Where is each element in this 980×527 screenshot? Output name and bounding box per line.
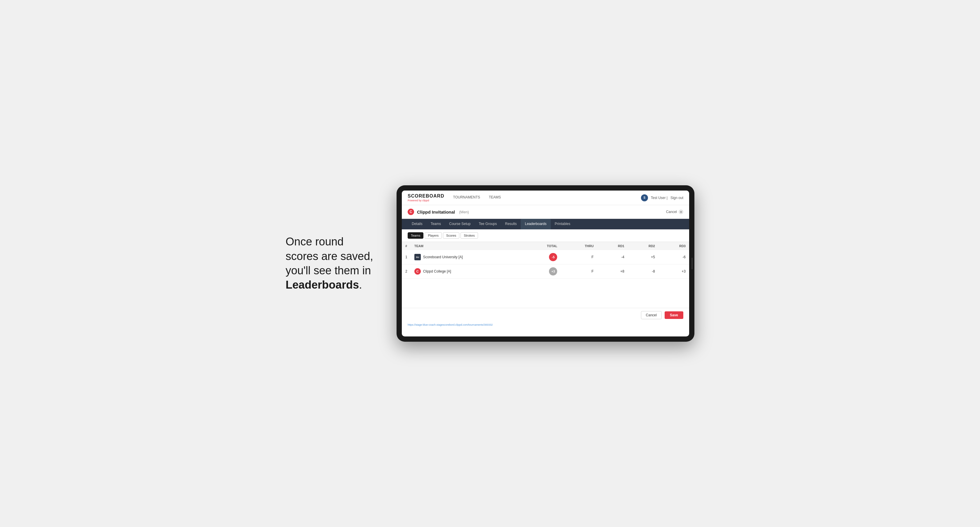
filter-teams-button[interactable]: Teams <box>408 232 423 239</box>
rank-2: 2 <box>402 264 411 279</box>
header-right: S Test User | Sign out <box>641 194 683 202</box>
tab-course-setup[interactable]: Course Setup <box>445 219 474 229</box>
table-header-row: # TEAM TOTAL THRU RD1 RD2 RD3 <box>402 242 689 250</box>
col-rd3: RD3 <box>659 242 689 250</box>
save-button[interactable]: Save <box>665 311 683 319</box>
col-thru: THRU <box>561 242 597 250</box>
team-cell-1: SU Scoreboard University [A] <box>411 250 538 264</box>
tournament-meta: (Men) <box>459 210 469 214</box>
tab-results[interactable]: Results <box>501 219 521 229</box>
cancel-x-icon: ✕ <box>679 210 683 214</box>
rd1-1: -4 <box>597 250 628 264</box>
tab-teams[interactable]: Teams <box>426 219 445 229</box>
tab-leaderboards[interactable]: Leaderboards <box>521 219 550 229</box>
col-rd2: RD2 <box>628 242 659 250</box>
thru-1: F <box>561 250 597 264</box>
table-row: 2 C Clippd College [A] +3 <box>402 264 689 279</box>
table-row: 1 SU Scoreboard University [A] -5 <box>402 250 689 264</box>
tournament-logo: C <box>408 209 414 215</box>
rd3-2: +3 <box>659 264 689 279</box>
thru-2: F <box>561 264 597 279</box>
user-name: Test User | <box>651 196 668 200</box>
powered-by: Powered by clippd <box>408 199 444 202</box>
tab-tee-groups[interactable]: Tee Groups <box>474 219 501 229</box>
rd2-1: +5 <box>628 250 659 264</box>
rank-1: 1 <box>402 250 411 264</box>
team-name-2: Clippd College [A] <box>423 269 451 273</box>
logo-text: SCOREBOARD <box>408 194 444 199</box>
rd1-2: +8 <box>597 264 628 279</box>
user-avatar: S <box>641 194 648 202</box>
leaderboard-table: # TEAM TOTAL THRU RD1 RD2 RD3 1 <box>402 242 689 279</box>
nav-links: TOURNAMENTS TEAMS <box>453 195 501 200</box>
tournament-name: Clippd Invitational <box>417 210 455 214</box>
col-team: TEAM <box>411 242 538 250</box>
team-name-1: Scoreboard University [A] <box>423 255 463 259</box>
sidebar-text: Once round scores are saved, you'll see … <box>286 235 379 292</box>
tablet-notch <box>692 258 693 269</box>
cancel-bottom-button[interactable]: Cancel <box>641 311 662 319</box>
score-badge-1: -5 <box>549 253 557 261</box>
col-rd1: RD1 <box>597 242 628 250</box>
leaderboards-bold: Leaderboards <box>286 279 359 291</box>
col-total: TOTAL <box>537 242 561 250</box>
team-cell-2: C Clippd College [A] <box>411 264 538 279</box>
tournament-title-area: C Clippd Invitational (Men) <box>408 209 469 215</box>
rd2-2: -8 <box>628 264 659 279</box>
header-left: SCOREBOARD Powered by clippd TOURNAMENTS… <box>408 194 501 202</box>
nav-tournaments[interactable]: TOURNAMENTS <box>453 195 480 200</box>
col-rank: # <box>402 242 411 250</box>
tab-printables[interactable]: Printables <box>551 219 574 229</box>
leaderboard-table-container: # TEAM TOTAL THRU RD1 RD2 RD3 1 <box>402 242 689 279</box>
sub-nav: Details Teams Course Setup Tee Groups Re… <box>402 219 689 229</box>
sign-out-link[interactable]: Sign out <box>670 196 683 200</box>
cancel-top-button[interactable]: Cancel ✕ <box>666 210 683 214</box>
nav-teams[interactable]: TEAMS <box>489 195 501 200</box>
bottom-footer: Cancel Save <box>402 308 689 322</box>
logo-area: SCOREBOARD Powered by clippd <box>408 194 444 202</box>
app-header: SCOREBOARD Powered by clippd TOURNAMENTS… <box>402 190 689 205</box>
rd3-1: -6 <box>659 250 689 264</box>
filter-strokes-button[interactable]: Strokes <box>460 232 478 239</box>
filter-scores-button[interactable]: Scores <box>443 232 459 239</box>
url-bar: https://stage-blue-coach.stagescorebord.… <box>402 322 689 329</box>
tablet-screen: SCOREBOARD Powered by clippd TOURNAMENTS… <box>402 190 689 337</box>
page-wrapper: Once round scores are saved, you'll see … <box>286 185 694 342</box>
total-cell-1: -5 <box>537 250 561 264</box>
tablet-device: SCOREBOARD Powered by clippd TOURNAMENTS… <box>396 185 694 342</box>
team-logo-1: SU <box>414 254 421 260</box>
score-badge-2: +3 <box>549 267 557 275</box>
total-cell-2: +3 <box>537 264 561 279</box>
filter-players-button[interactable]: Players <box>425 232 442 239</box>
team-logo-2: C <box>414 268 421 275</box>
tab-details[interactable]: Details <box>408 219 426 229</box>
tournament-header: C Clippd Invitational (Men) Cancel ✕ <box>402 205 689 219</box>
filter-row: Teams Players Scores Strokes <box>402 229 689 242</box>
